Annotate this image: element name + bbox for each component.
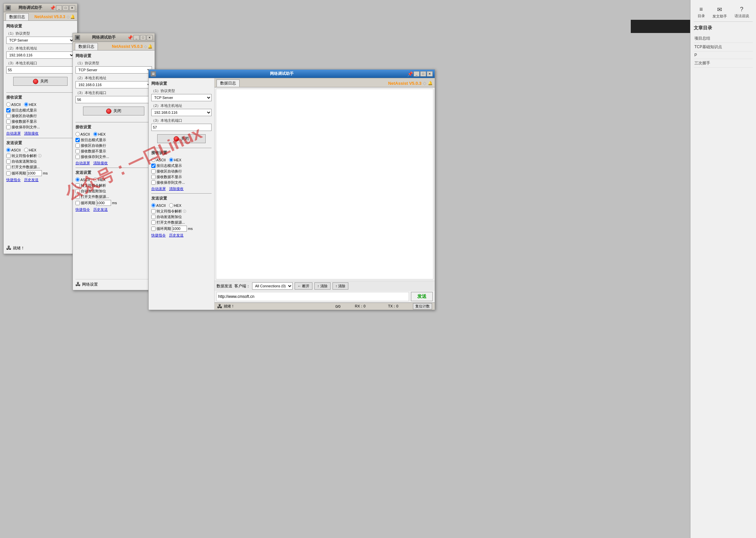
hex-radio-1[interactable]: HEX xyxy=(24,102,37,107)
escape-check-2[interactable]: 转义符指令解析 xyxy=(75,183,152,188)
host-select-1[interactable]: 192.168.0.116 xyxy=(6,51,74,59)
loop-input-1[interactable] xyxy=(27,170,42,176)
bell-icon-3: 🔔 xyxy=(428,81,433,85)
history-link-3[interactable]: 历史发送 xyxy=(169,233,184,238)
auto-newline-check-2[interactable]: 接收区自动换行 xyxy=(75,143,152,148)
sidebar-item-0[interactable]: 项目总结 xyxy=(694,34,753,43)
auto-newline-check-1[interactable]: 接收区自动换行 xyxy=(6,114,74,118)
log-area-3[interactable] xyxy=(216,89,433,279)
open-file-check-3[interactable]: 打开文件数据源... xyxy=(151,220,212,225)
loop-check-1[interactable]: 循环周期 ms xyxy=(6,170,74,176)
protocol-select-3[interactable]: TCP Server xyxy=(151,94,212,101)
hide-data-check-3[interactable]: 接收数据不显示 xyxy=(151,175,212,180)
sidebar-item-1[interactable]: TCP基础知识点 xyxy=(694,43,753,51)
send-ascii-radio-2[interactable]: ASCII xyxy=(75,178,90,182)
log-mode-check-1[interactable]: 按日志模式显示 xyxy=(6,108,74,113)
auto-add-check-1[interactable]: 自动发送附加位 xyxy=(6,159,74,164)
sidebar-icon-send[interactable]: ✉ 发文助手 xyxy=(713,6,727,19)
send-ascii-radio-3[interactable]: ASCII xyxy=(151,203,166,207)
data-log-tab-1[interactable]: 数据日志 xyxy=(6,13,29,21)
open-file-check-2[interactable]: 打开文件数据源... xyxy=(75,194,152,199)
close-server-btn-3[interactable]: 关闭 xyxy=(157,134,205,143)
connections-select-3[interactable]: All Connections (0) xyxy=(252,282,293,290)
log-mode-check-3[interactable]: 按日志模式显示 xyxy=(151,163,212,168)
sidebar-item-3[interactable]: 三次握手 xyxy=(694,59,753,68)
loop-check-2[interactable]: 循环周期 ms xyxy=(75,200,152,206)
ascii-radio-2[interactable]: ASCII xyxy=(75,132,90,136)
shortcut-link-3[interactable]: 快捷指令 xyxy=(151,233,166,238)
port-input-3[interactable] xyxy=(151,124,212,131)
close-btn-3[interactable]: ✕ xyxy=(427,71,433,77)
send-title-3: 发送设置 xyxy=(151,195,212,201)
port-input-2[interactable] xyxy=(75,96,152,103)
loop-input-3[interactable] xyxy=(172,226,187,232)
pin-icon-3: 📌 xyxy=(407,71,413,77)
loop-input-2[interactable] xyxy=(96,200,111,206)
data-log-tab-2[interactable]: 数据日志 xyxy=(75,43,98,50)
sidebar-icon-syntax[interactable]: ? 语法说说 xyxy=(734,6,749,19)
clear-receive-link-3[interactable]: 清除接收 xyxy=(169,187,184,191)
hide-data-check-2[interactable]: 接收数据不显示 xyxy=(75,149,152,154)
send-hex-radio-1[interactable]: HEX xyxy=(24,148,37,152)
protocol-select-2[interactable]: TCP Server xyxy=(75,66,152,74)
minimize-btn-1[interactable]: _ xyxy=(56,5,62,11)
receive-radio-2: ASCII HEX xyxy=(75,132,152,136)
send-hex-radio-3[interactable]: HEX xyxy=(169,203,182,207)
history-link-1[interactable]: 历史发送 xyxy=(24,178,38,183)
receive-radio-1: ASCII HEX xyxy=(6,102,74,107)
send-btn-3[interactable]: 发送 xyxy=(411,292,433,301)
close-btn-1[interactable]: ✕ xyxy=(69,5,75,11)
shortcut-link-1[interactable]: 快捷指令 xyxy=(6,178,21,183)
loop-check-3[interactable]: 循环周期 ms xyxy=(151,226,212,232)
hide-data-check-1[interactable]: 接收数据不显示 xyxy=(6,119,74,124)
escape-check-1[interactable]: 转义符指令解析 ⓘ xyxy=(6,153,74,158)
protocol-select-1[interactable]: TCP Server xyxy=(6,37,74,44)
titlebar-2: 🖥 网络调试助手 📌 _ □ ✕ xyxy=(73,33,155,42)
reset-btn-3[interactable]: 复位计数 xyxy=(413,303,432,309)
host-select-3[interactable]: 192.168.0.116 xyxy=(151,109,212,116)
history-link-2[interactable]: 历史发送 xyxy=(93,207,108,212)
network-title-3: 网络设置 xyxy=(151,81,212,86)
clear-receive-link-1[interactable]: 清除接收 xyxy=(24,131,38,136)
log-mode-check-2[interactable]: 按日志模式显示 xyxy=(75,137,152,142)
save-file-check-1[interactable]: 接收保存到文件... xyxy=(6,125,74,130)
minimize-btn-3[interactable]: _ xyxy=(414,71,419,77)
open-file-check-1[interactable]: 打开文件数据源... xyxy=(6,165,74,170)
send-links-3: 快捷指令 历史发送 xyxy=(151,233,212,238)
minimize-btn-2[interactable]: _ xyxy=(133,35,139,40)
ascii-radio-3[interactable]: ASCII xyxy=(151,158,166,162)
hex-radio-2[interactable]: HEX xyxy=(93,132,106,136)
data-log-tab-3[interactable]: 数据日志 xyxy=(216,80,240,87)
port-input-1[interactable] xyxy=(6,66,74,74)
send-text-input-3[interactable] xyxy=(216,292,409,301)
shortcut-link-2[interactable]: 快捷指令 xyxy=(75,207,90,212)
hex-radio-3[interactable]: HEX xyxy=(169,158,182,162)
divider-4 xyxy=(75,168,152,168)
window-title-3: 网络调试助手 xyxy=(156,71,407,77)
clear-receive-link-2[interactable]: 清除接收 xyxy=(93,161,108,166)
close-btn-2[interactable]: ✕ xyxy=(147,35,153,40)
sidebar-icon-directory[interactable]: ≡ 目录 xyxy=(698,6,705,19)
close-server-btn-1[interactable]: 关闭 xyxy=(13,77,68,86)
save-file-check-3[interactable]: 接收保存到文件... xyxy=(151,180,212,185)
send-ascii-radio-1[interactable]: ASCII xyxy=(6,148,21,152)
close-server-btn-2[interactable]: 关闭 xyxy=(83,107,144,115)
maximize-btn-3[interactable]: □ xyxy=(420,71,426,77)
ascii-radio-1[interactable]: ASCII xyxy=(6,102,21,107)
escape-check-3[interactable]: 转义符指令解析 ⓘ xyxy=(151,209,212,214)
clear2-btn-3[interactable]: ↑ 清除 xyxy=(333,282,349,290)
auto-screen-link-1[interactable]: 自动滚屏 xyxy=(6,131,21,136)
auto-add-check-2[interactable]: 自动发送附加位 xyxy=(75,189,152,193)
send-hex-radio-2[interactable]: HEX xyxy=(93,178,106,182)
sidebar-item-2[interactable]: P xyxy=(694,51,753,59)
clear-btn-3[interactable]: ↑ 清除 xyxy=(314,282,331,290)
maximize-btn-1[interactable]: □ xyxy=(63,5,69,11)
maximize-btn-2[interactable]: □ xyxy=(140,35,146,40)
auto-screen-link-2[interactable]: 自动滚屏 xyxy=(75,161,90,166)
auto-newline-check-3[interactable]: 接收区自动换行 xyxy=(151,169,212,174)
auto-add-check-3[interactable]: 自动发送附加位 xyxy=(151,214,212,219)
disconnect-btn-3[interactable]: ← 断开 xyxy=(295,282,312,290)
auto-screen-link-3[interactable]: 自动滚屏 xyxy=(151,187,166,191)
host-select-2[interactable]: 192.168.0.116 xyxy=(75,81,152,88)
save-file-check-2[interactable]: 接收保存到文件... xyxy=(75,154,152,159)
